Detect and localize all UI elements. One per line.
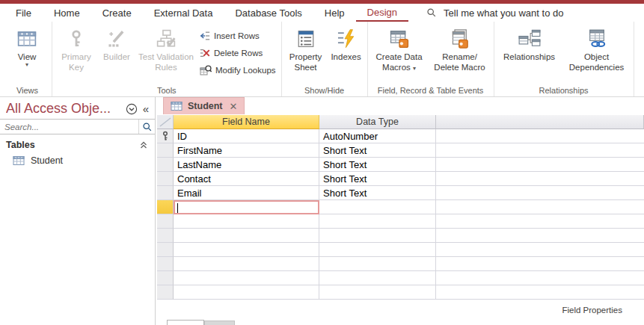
row-selector[interactable] — [157, 143, 174, 158]
ribbon: View ▾ Views Primary Key Builder Test Va… — [0, 22, 644, 97]
property-sheet-button[interactable]: Property Sheet — [284, 22, 328, 82]
table-icon — [13, 155, 25, 167]
tab-file[interactable]: File — [4, 4, 43, 22]
datasheet-view-icon — [17, 26, 37, 52]
field-row: LastName Short Text — [157, 158, 644, 172]
description-cell[interactable] — [436, 257, 644, 271]
field-row: Email Short Text — [157, 186, 644, 200]
data-type-cell[interactable] — [319, 257, 436, 271]
description-cell[interactable] — [436, 229, 644, 243]
data-type-cell[interactable] — [319, 229, 436, 243]
field-name-cell[interactable]: ID — [174, 129, 319, 143]
ribbon-group-field-events: Create Data Macros ▾ Rename/ Delete Macr… — [368, 22, 494, 96]
primary-key-row-icon — [160, 131, 171, 141]
data-type-cell[interactable]: Short Text — [319, 186, 436, 200]
data-type-cell[interactable]: Short Text — [319, 172, 436, 186]
lookup-tab-stub[interactable] — [204, 321, 235, 325]
data-type-cell[interactable]: Short Text — [319, 143, 436, 158]
nav-pane-title: All Access Obje... — [6, 101, 126, 117]
description-cell[interactable] — [436, 143, 644, 158]
tab-help[interactable]: Help — [313, 4, 356, 22]
property-sheet-label-1: Property — [289, 52, 322, 62]
collapse-section-icon[interactable] — [138, 140, 149, 150]
data-type-column-header: Data Type — [319, 115, 436, 129]
empty-field-row — [157, 285, 644, 300]
document-tab-student[interactable]: Student ✕ — [163, 97, 245, 114]
description-cell[interactable] — [436, 243, 644, 257]
field-name-cell[interactable]: FirstName — [174, 143, 319, 158]
create-data-macros-button[interactable]: Create Data Macros ▾ — [370, 22, 429, 82]
indexes-button[interactable]: Indexes — [328, 22, 365, 82]
primary-key-button: Primary Key — [55, 22, 98, 82]
description-cell[interactable] — [436, 271, 644, 285]
field-name-cell[interactable]: Contact — [174, 172, 319, 186]
row-selector[interactable] — [157, 285, 174, 300]
search-go-button[interactable] — [138, 120, 155, 134]
field-name-cell[interactable] — [174, 285, 319, 300]
data-type-cell[interactable] — [319, 243, 436, 257]
search-input[interactable] — [0, 123, 138, 131]
object-dependencies-button[interactable]: Object Dependencies — [562, 22, 631, 82]
table-design-grid: Field Name Data Type ID AutoNumber First… — [157, 115, 644, 300]
row-selector[interactable] — [157, 129, 174, 143]
relationships-group-label: Relationships — [494, 86, 634, 95]
field-name-cell[interactable] — [174, 214, 319, 229]
description-cell[interactable] — [436, 129, 644, 143]
tab-database-tools[interactable]: Database Tools — [224, 4, 313, 22]
data-type-cell[interactable] — [319, 271, 436, 285]
tab-design[interactable]: Design — [356, 4, 408, 22]
row-selector[interactable] — [157, 229, 174, 243]
tab-external-data[interactable]: External Data — [143, 4, 224, 22]
row-selector[interactable] — [157, 186, 174, 200]
description-cell[interactable] — [436, 214, 644, 229]
active-field-name-cell[interactable] — [174, 200, 319, 214]
nav-item-student[interactable]: Student — [0, 152, 155, 169]
close-tab-icon[interactable]: ✕ — [228, 101, 238, 112]
field-name-cell[interactable] — [174, 229, 319, 243]
description-cell[interactable] — [436, 172, 644, 186]
document-area: Student ✕ Field Name Data Type ID AutoNu — [156, 97, 644, 325]
active-row-selector[interactable] — [157, 200, 174, 214]
data-type-cell[interactable]: AutoNumber — [319, 129, 436, 143]
object-dependencies-label-1: Object — [584, 52, 609, 62]
nav-menu-chevron-icon[interactable] — [126, 103, 138, 115]
nav-search-box — [0, 119, 155, 134]
rename-delete-macro-button[interactable]: Rename/ Delete Macro — [429, 22, 491, 82]
data-type-cell[interactable] — [319, 214, 436, 229]
create-data-macros-label-2: Macros ▾ — [382, 62, 416, 72]
data-type-cell[interactable] — [319, 200, 436, 214]
tell-me-box[interactable]: Tell me what you want to do — [426, 4, 563, 22]
row-selector[interactable] — [157, 271, 174, 285]
row-selector[interactable] — [157, 214, 174, 229]
row-selector[interactable] — [157, 257, 174, 271]
data-type-cell[interactable] — [319, 285, 436, 300]
row-selector[interactable] — [157, 158, 174, 172]
field-name-cell[interactable] — [174, 243, 319, 257]
description-cell[interactable] — [436, 285, 644, 300]
field-name-cell[interactable]: Email — [174, 186, 319, 200]
document-tab-label: Student — [188, 101, 223, 111]
description-cell[interactable] — [436, 158, 644, 172]
tab-create[interactable]: Create — [91, 4, 143, 22]
field-name-cell[interactable]: LastName — [174, 158, 319, 172]
delete-rows-button[interactable]: Delete Rows — [197, 45, 279, 61]
description-cell[interactable] — [436, 200, 644, 214]
general-tab-stub[interactable] — [167, 320, 204, 325]
row-selector[interactable] — [157, 243, 174, 257]
tab-home[interactable]: Home — [43, 4, 91, 22]
field-name-cell[interactable] — [174, 271, 319, 285]
field-properties-label: Field Properties — [562, 306, 622, 315]
field-name-cell[interactable] — [174, 257, 319, 271]
empty-field-row — [157, 257, 644, 271]
row-selector[interactable] — [157, 172, 174, 186]
insert-rows-button[interactable]: Insert Rows — [197, 28, 279, 43]
modify-lookups-button[interactable]: Modify Lookups — [197, 62, 279, 78]
description-cell[interactable] — [436, 186, 644, 200]
nav-section-tables[interactable]: Tables — [0, 134, 155, 152]
view-button[interactable]: View ▾ — [5, 22, 49, 82]
shutter-close-icon[interactable]: « — [143, 103, 149, 114]
relationships-button[interactable]: Relationships — [497, 22, 562, 82]
delete-rows-label: Delete Rows — [214, 49, 263, 58]
data-type-cell[interactable]: Short Text — [319, 158, 436, 172]
modify-lookups-label: Modify Lookups — [215, 66, 276, 75]
